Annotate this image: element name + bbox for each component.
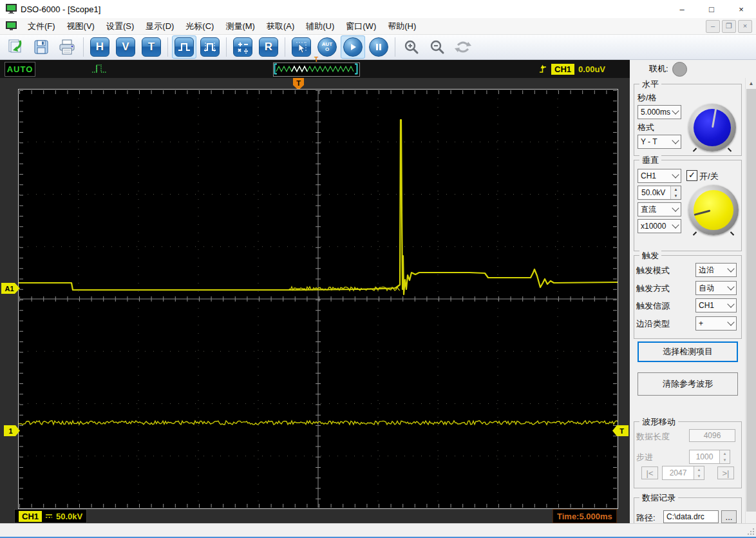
scroll-up-icon[interactable]: ▲ bbox=[746, 78, 756, 89]
horizontal-knob[interactable] bbox=[688, 104, 736, 151]
minimize-button[interactable]: – bbox=[667, 0, 697, 18]
chevron-down-icon bbox=[727, 300, 734, 307]
title-bar: DSO-6000 - [Scope1] – □ × bbox=[0, 0, 756, 19]
menu-display[interactable]: 显示(D) bbox=[140, 18, 180, 35]
coupling-select[interactable]: 直流 bbox=[638, 202, 681, 216]
open-file-button[interactable] bbox=[3, 35, 28, 59]
preview-wave-highlight bbox=[292, 66, 307, 72]
reference-marker[interactable]: A1 bbox=[1, 283, 20, 294]
vertical-panel-button[interactable]: V bbox=[113, 35, 138, 59]
horizontal-panel-button[interactable]: H bbox=[88, 35, 112, 59]
trigger-channel-badge: CH1 bbox=[551, 64, 574, 75]
scope-plot[interactable] bbox=[18, 89, 618, 509]
menu-view[interactable]: 视图(V) bbox=[61, 18, 100, 35]
clear-reference-button[interactable]: 清除参考波形 bbox=[638, 372, 738, 396]
math-icon bbox=[233, 37, 252, 57]
save-button[interactable] bbox=[29, 35, 53, 59]
data-length-field: 4096 bbox=[689, 429, 735, 442]
channel-scale-readout: CH1 50.0kV bbox=[14, 509, 87, 523]
menu-settings[interactable]: 设置(S) bbox=[100, 18, 140, 35]
trigger-source-select[interactable]: CH1 bbox=[695, 298, 737, 312]
menu-help[interactable]: 帮助(H) bbox=[382, 18, 422, 35]
print-button[interactable] bbox=[55, 35, 79, 59]
mdi-window-controls: – ❐ × bbox=[706, 20, 752, 33]
run-button[interactable] bbox=[341, 35, 365, 59]
maximize-button[interactable]: □ bbox=[697, 0, 726, 18]
play-icon bbox=[343, 37, 363, 57]
volt-scale-spinner[interactable]: 50.0kV ▲▼ bbox=[638, 186, 681, 200]
volt-scale-value: 50.0kV bbox=[638, 186, 670, 199]
control-panel: 水平 秒/格 5.000ms 格式 Y - T 垂直 CH1 ✓ 开/关 50.… bbox=[630, 78, 745, 523]
horizontal-group-title: 水平 bbox=[639, 79, 661, 90]
trigger-source-label: 触发信源 bbox=[636, 300, 670, 312]
format-select[interactable]: Y - T bbox=[638, 135, 681, 149]
mdi-close-button[interactable]: × bbox=[738, 20, 752, 33]
zoom-in-icon bbox=[403, 39, 420, 55]
trigger-mode-select[interactable]: 边沿 bbox=[695, 263, 737, 277]
waveform-preview-pan[interactable]: T bbox=[273, 62, 360, 77]
path-field[interactable]: C:\data.drc bbox=[663, 510, 719, 523]
toolbar: H V T R AUTO bbox=[0, 35, 756, 60]
browse-button[interactable]: ... bbox=[721, 510, 737, 523]
sec-per-div-select[interactable]: 5.000ms bbox=[638, 105, 681, 119]
status-bar: 已连接 25-03-2016 11:26 bbox=[0, 523, 756, 538]
menu-cursor[interactable]: 光标(C) bbox=[180, 18, 220, 35]
resize-grip[interactable] bbox=[747, 528, 755, 535]
auto-label: AUTO bbox=[321, 42, 333, 52]
pulse-display-button[interactable] bbox=[172, 35, 196, 59]
sec-per-div-label: 秒/格 bbox=[638, 92, 657, 104]
timebase-value: Time:5.000ms bbox=[557, 512, 612, 521]
chevron-down-icon bbox=[672, 204, 679, 211]
reference-button[interactable]: R bbox=[256, 35, 281, 59]
chevron-down-icon bbox=[727, 265, 734, 272]
chevron-down-icon bbox=[727, 318, 734, 325]
pause-icon bbox=[369, 37, 388, 57]
preview-trigger-marker[interactable]: T bbox=[312, 56, 320, 63]
probe-select[interactable]: x10000 bbox=[638, 219, 681, 233]
close-button[interactable]: × bbox=[726, 0, 756, 18]
spin-down-icon: ▼ bbox=[720, 457, 730, 463]
trigger-source-value: CH1 bbox=[699, 301, 714, 310]
channel-onoff-label: 开/关 bbox=[699, 171, 719, 182]
mdi-restore-button[interactable]: ❐ bbox=[722, 20, 736, 33]
menu-utility[interactable]: 辅助(U) bbox=[300, 18, 340, 35]
chevron-down-icon bbox=[672, 221, 679, 228]
menu-file[interactable]: 文件(F) bbox=[22, 18, 61, 35]
pause-button[interactable] bbox=[366, 35, 391, 59]
zoom-in-button[interactable] bbox=[399, 35, 424, 59]
vertical-knob[interactable] bbox=[688, 185, 739, 235]
menu-acquire[interactable]: 获取(A) bbox=[261, 18, 300, 35]
trigger-panel-button[interactable]: T bbox=[139, 35, 164, 59]
trigger-group-title: 触发 bbox=[639, 250, 661, 262]
trigger-level-value: 0.00uV bbox=[578, 64, 605, 74]
spin-up-icon[interactable]: ▲ bbox=[671, 186, 681, 193]
panel-scrollbar[interactable]: ▲ ▼ bbox=[745, 78, 756, 523]
mdi-minimize-button[interactable]: – bbox=[706, 20, 720, 33]
cursor-tool-button[interactable] bbox=[289, 35, 314, 59]
step-spinner: 1000 ▲▼ bbox=[689, 450, 730, 464]
select-test-items-button[interactable]: 选择检测项目 bbox=[638, 341, 738, 362]
channel-select[interactable]: CH1 bbox=[638, 169, 681, 183]
cursor-icon bbox=[292, 37, 311, 57]
trigger-sweep-value: 自动 bbox=[699, 283, 714, 294]
window-title: DSO-6000 - [Scope1] bbox=[21, 5, 100, 14]
zoom-out-button[interactable] bbox=[425, 35, 449, 59]
menu-window[interactable]: 窗口(W) bbox=[340, 18, 382, 35]
menu-measure[interactable]: 测量(M) bbox=[220, 18, 261, 35]
scrollbar-thumb[interactable] bbox=[746, 89, 756, 512]
trigger-sweep-select[interactable]: 自动 bbox=[695, 281, 737, 295]
math-button[interactable] bbox=[231, 35, 255, 59]
compare-waveform-button[interactable] bbox=[451, 35, 475, 59]
scope-grid bbox=[19, 90, 617, 508]
spin-down-icon[interactable]: ▼ bbox=[671, 193, 681, 199]
spin-up-icon: ▲ bbox=[694, 466, 704, 473]
v-letter-icon: V bbox=[116, 37, 135, 57]
auto-setup-button[interactable]: AUTO bbox=[315, 35, 339, 59]
edge-type-select[interactable]: + bbox=[695, 316, 737, 331]
pulse-measure-button[interactable] bbox=[198, 35, 222, 59]
channel-onoff-checkbox[interactable]: ✓ bbox=[686, 170, 697, 181]
chevron-down-icon bbox=[672, 107, 679, 114]
app-icon bbox=[6, 4, 17, 14]
trigger-mode-value: 边沿 bbox=[699, 265, 714, 276]
save-icon bbox=[33, 39, 50, 55]
